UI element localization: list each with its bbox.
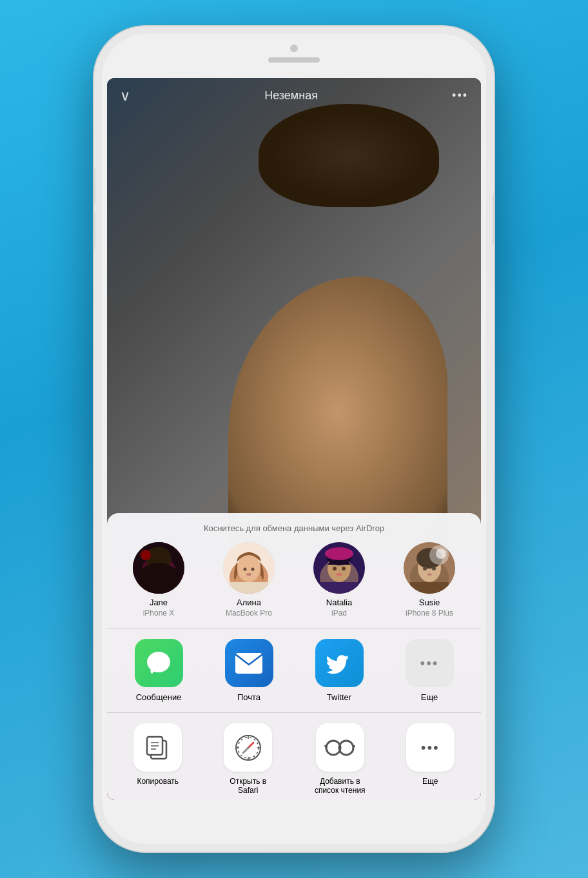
svg-rect-23 (320, 582, 358, 594)
phone-top (268, 44, 320, 63)
svg-rect-7 (146, 581, 172, 594)
power-button[interactable] (493, 194, 494, 246)
svg-point-30 (432, 567, 436, 571)
volume-down-button[interactable] (94, 213, 95, 249)
nav-title: Неземная (264, 89, 318, 102)
contact-alina-name: Алина (237, 598, 261, 607)
mail-icon (225, 639, 273, 687)
contact-jane[interactable]: Jane iPhone X (113, 542, 204, 618)
contact-avatar-susie (404, 542, 455, 594)
twitter-icon (315, 639, 364, 687)
camera-dot (290, 44, 298, 52)
svg-point-20 (333, 567, 337, 571)
svg-point-12 (244, 568, 247, 571)
photo-area: ∨ Неземная ••• (107, 78, 481, 547)
svg-point-29 (423, 567, 427, 571)
copy-icon (133, 723, 182, 772)
actions-row: Копировать (107, 723, 481, 795)
svg-point-35 (147, 652, 170, 672)
app-twitter-label: Twitter (327, 692, 351, 702)
action-readlist[interactable]: Добавить в список чтения (314, 723, 366, 795)
share-sheet: Коснитесь для обмена данными через AirDr… (107, 513, 481, 800)
svg-rect-32 (410, 582, 449, 594)
svg-point-6 (155, 573, 162, 576)
contact-alina-device: MacBook Pro (226, 609, 272, 618)
contact-natalia-name: Natalia (326, 598, 352, 607)
app-mail-label: Почта (237, 692, 260, 702)
action-copy-label: Копировать (137, 777, 179, 786)
contact-natalia-device: iPad (331, 609, 347, 618)
actions-section: Копировать (107, 713, 481, 800)
readlist-icon (316, 723, 364, 772)
nav-bar: ∨ Неземная ••• (107, 78, 481, 113)
contact-avatar-alina (223, 542, 275, 594)
messages-icon (135, 639, 183, 687)
svg-point-13 (251, 568, 255, 571)
app-messages-label: Сообщение (136, 692, 182, 702)
svg-line-48 (248, 743, 253, 748)
phone-shell: ∨ Неземная ••• Коснитесь для обмена данн… (94, 26, 494, 852)
svg-line-49 (243, 748, 248, 753)
contact-alina[interactable]: Алина MacBook Pro (204, 542, 294, 618)
more-apps-icon: ••• (406, 639, 454, 687)
contact-susie[interactable]: Susie iPhone 8 Plus (384, 542, 475, 618)
contacts-row: Jane iPhone X (107, 542, 481, 628)
apps-row: Сообщение Почта (107, 639, 481, 702)
svg-point-22 (336, 573, 342, 576)
contact-avatar-natalia (313, 542, 365, 594)
action-more[interactable]: ••• Еще (406, 723, 455, 795)
svg-rect-36 (235, 653, 262, 674)
svg-point-34 (436, 549, 446, 559)
app-more[interactable]: ••• Еще (406, 639, 454, 702)
app-background: ∨ Неземная ••• Коснитесь для обмена данн… (107, 78, 481, 800)
action-readlist-label: Добавить в список чтения (314, 777, 366, 795)
action-copy[interactable]: Копировать (133, 723, 182, 795)
more-actions-icon: ••• (406, 723, 455, 772)
airdrop-section: Коснитесь для обмена данными через AirDr… (107, 513, 481, 629)
phone-screen: ∨ Неземная ••• Коснитесь для обмена данн… (107, 78, 481, 800)
svg-point-5 (161, 567, 165, 571)
avatar-jane-img (133, 542, 184, 594)
speaker-bar (268, 57, 320, 63)
app-messages[interactable]: Сообщение (135, 639, 183, 702)
nav-back-button[interactable]: ∨ (120, 88, 130, 104)
contact-jane-device: iPhone X (143, 609, 175, 618)
contact-jane-name: Jane (150, 598, 168, 607)
svg-point-24 (325, 547, 353, 560)
contact-avatar-jane (133, 542, 184, 594)
nav-more-button[interactable]: ••• (452, 89, 468, 102)
app-more-label: Еще (421, 692, 438, 702)
contact-susie-device: iPhone 8 Plus (406, 609, 453, 618)
svg-rect-15 (230, 582, 268, 594)
action-more-label: Еще (422, 777, 438, 786)
svg-point-4 (152, 567, 156, 571)
contact-susie-name: Susie (419, 598, 440, 607)
app-twitter[interactable]: Twitter (315, 639, 364, 702)
safari-icon (224, 723, 272, 772)
svg-point-8 (141, 550, 151, 560)
svg-point-21 (342, 567, 346, 571)
airdrop-hint: Коснитесь для обмена данными через AirDr… (107, 523, 481, 533)
action-safari-label: Открыть в Safari (222, 777, 274, 795)
apps-section: Сообщение Почта (107, 629, 481, 713)
app-mail[interactable]: Почта (225, 639, 273, 702)
action-safari[interactable]: Открыть в Safari (222, 723, 274, 795)
contact-natalia[interactable]: Natalia iPad (294, 542, 384, 618)
volume-up-button[interactable] (94, 168, 95, 204)
svg-point-14 (246, 573, 251, 576)
svg-point-31 (427, 573, 432, 576)
